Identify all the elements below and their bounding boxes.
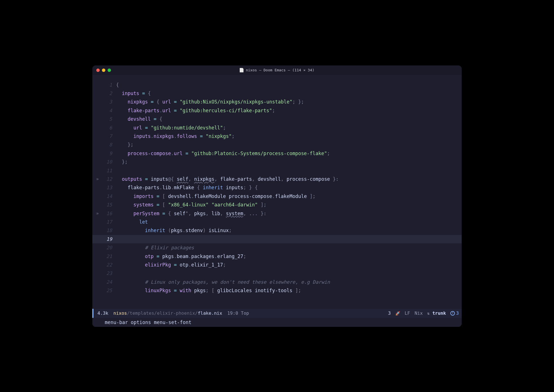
line-number: 7 xyxy=(102,133,116,139)
line-number: 22 xyxy=(102,262,116,268)
line-number: 8 xyxy=(102,142,116,147)
code-line[interactable]: 24 # Linux only packages, we don't need … xyxy=(92,278,462,286)
code-text[interactable]: systems = [ "x86_64-linux" "aarch64-darw… xyxy=(116,202,266,208)
editor-window: nixos – Doom Emacs — (114 × 34) 1{2 inpu… xyxy=(92,65,462,327)
line-number: 3 xyxy=(102,99,116,105)
line-number: 9 xyxy=(102,151,116,156)
code-line[interactable]: 14 imports = [ devshell.flakeModule proc… xyxy=(92,192,462,201)
path-sep: / xyxy=(127,310,130,316)
line-number: 11 xyxy=(102,168,116,173)
line-number: 21 xyxy=(102,254,116,259)
fringe-indicator: » xyxy=(92,211,102,216)
line-ending: LF xyxy=(405,310,410,316)
code-line[interactable]: 25 linuxPkgs = with pkgs; [ glibcLocales… xyxy=(92,286,462,295)
line-number: 4 xyxy=(102,108,116,113)
code-text[interactable]: let xyxy=(116,219,148,225)
code-text[interactable]: inputs = { xyxy=(116,91,151,96)
line-number: 6 xyxy=(102,125,116,131)
code-text[interactable]: devshell = { xyxy=(116,116,162,122)
git-compare-icon: ⇅ xyxy=(427,311,429,316)
code-line[interactable]: 5 devshell = { xyxy=(92,115,462,123)
close-button[interactable] xyxy=(96,69,100,72)
code-text[interactable]: # Elixir packages xyxy=(116,245,194,250)
code-line[interactable]: 13 flake-parts.lib.mkFlake { inherit inp… xyxy=(92,183,462,192)
line-number: 16 xyxy=(102,211,116,216)
code-text[interactable]: outputs = inputs@{ self, nixpkgs, flake-… xyxy=(116,176,339,182)
line-number: 15 xyxy=(102,202,116,208)
code-line[interactable]: 2 inputs = { xyxy=(92,89,462,98)
lsp-icon: 🚀 xyxy=(395,311,400,316)
code-line[interactable]: »12 outputs = inputs@{ self, nixpkgs, fl… xyxy=(92,175,462,183)
code-text[interactable]: url = "github:numtide/devshell"; xyxy=(116,125,226,131)
maximize-button[interactable] xyxy=(108,69,111,72)
code-text[interactable]: otp = pkgs.beam.packages.erlang_27; xyxy=(116,254,246,259)
code-line[interactable]: 20 # Elixir packages xyxy=(92,243,462,252)
file-path: nixos/templates/elixir-phoenix/flake.nix xyxy=(114,310,222,316)
window-title: nixos – Doom Emacs — (114 × 34) xyxy=(240,68,315,72)
code-line[interactable]: 6 url = "github:numtide/devshell"; xyxy=(92,123,462,132)
code-line[interactable]: 19 xyxy=(92,235,462,243)
code-line[interactable]: 10 }; xyxy=(92,158,462,166)
line-number: 2 xyxy=(102,91,116,96)
code-text[interactable]: process-compose.url = "github:Platonic-S… xyxy=(116,151,330,156)
line-number: 20 xyxy=(102,245,116,250)
code-line[interactable]: 4 flake-parts.url = "github:hercules-ci/… xyxy=(92,106,462,115)
line-number: 1 xyxy=(102,82,116,88)
code-text[interactable]: linuxPkgs = with pkgs; [ glibcLocales in… xyxy=(116,288,301,293)
document-icon xyxy=(240,68,244,72)
editor-area[interactable]: 1{2 inputs = {3 nixpkgs = { url = "githu… xyxy=(92,75,462,327)
modeline-right: 3 🚀 LF Nix ⇅ trunk ! 3 xyxy=(388,310,459,316)
cursor-position: 19:0 Top xyxy=(227,310,249,316)
code-line[interactable]: 11 xyxy=(92,166,462,175)
code-line[interactable]: 8 }; xyxy=(92,140,462,149)
line-number: 10 xyxy=(102,159,116,165)
code-text[interactable]: flake-parts.url = "github:hercules-ci/fl… xyxy=(116,108,275,113)
minibuffer-text: menu-bar options menu-set-font xyxy=(105,320,191,325)
code-line[interactable]: 7 inputs.nixpkgs.follows = "nixpkgs"; xyxy=(92,132,462,140)
major-mode: Nix xyxy=(415,310,423,316)
path-filename: flake.nix xyxy=(198,310,222,316)
code-line[interactable]: 9 process-compose.url = "github:Platonic… xyxy=(92,149,462,158)
code-text[interactable]: inputs.nixpkgs.follows = "nixpkgs"; xyxy=(116,133,235,139)
code-text[interactable]: flake-parts.lib.mkFlake { inherit inputs… xyxy=(116,185,258,190)
line-number: 25 xyxy=(102,288,116,293)
diagnostics[interactable]: ! 3 xyxy=(450,310,459,316)
line-number: 5 xyxy=(102,116,116,122)
code-text[interactable]: }; xyxy=(116,142,133,147)
code-line[interactable]: 18 inherit (pkgs.stdenv) isLinux; xyxy=(92,226,462,235)
window-title-text: nixos – Doom Emacs — (114 × 34) xyxy=(246,68,315,72)
code-line[interactable]: 3 nixpkgs = { url = "github:NixOS/nixpkg… xyxy=(92,98,462,106)
minimize-button[interactable] xyxy=(102,69,105,72)
code-line[interactable]: 17 let xyxy=(92,218,462,226)
code-line[interactable]: 23 xyxy=(92,269,462,278)
file-size: 4.3k xyxy=(97,310,108,316)
line-number: 12 xyxy=(102,176,116,182)
code-line[interactable]: 21 otp = pkgs.beam.packages.erlang_27; xyxy=(92,252,462,260)
line-number: 18 xyxy=(102,228,116,233)
code-text[interactable]: }; xyxy=(116,159,128,165)
path-project: nixos xyxy=(114,310,127,316)
code-text[interactable]: elixirPkg = otp.elixir_1_17; xyxy=(116,262,226,268)
code-text[interactable]: nixpkgs = { url = "github:NixOS/nixpkgs/… xyxy=(116,99,304,105)
vcs-indicator: ⇅ trunk xyxy=(427,310,446,316)
minibuffer[interactable]: menu-bar options menu-set-font xyxy=(92,318,462,327)
path-directories: templates/elixir-phoenix/ xyxy=(130,310,198,316)
line-number: 23 xyxy=(102,270,116,276)
code-text[interactable]: perSystem = { self', pkgs, lib, system, … xyxy=(116,211,266,216)
warning-icon: ! xyxy=(450,311,455,316)
code-text[interactable]: { xyxy=(116,82,119,88)
line-number: 17 xyxy=(102,219,116,225)
code-text[interactable]: # Linux only packages, we don't need the… xyxy=(116,279,330,285)
code-text[interactable]: imports = [ devshell.flakeModule process… xyxy=(116,193,315,199)
code-line[interactable]: 1{ xyxy=(92,81,462,89)
code-line[interactable]: 15 systems = [ "x86_64-linux" "aarch64-d… xyxy=(92,201,462,209)
fringe-indicator: » xyxy=(92,177,102,182)
code-line[interactable]: 22 elixirPkg = otp.elixir_1_17; xyxy=(92,261,462,269)
window-controls xyxy=(96,69,111,72)
code-text[interactable]: inherit (pkgs.stdenv) isLinux; xyxy=(116,228,232,233)
code-buffer[interactable]: 1{2 inputs = {3 nixpkgs = { url = "githu… xyxy=(92,81,462,309)
titlebar: nixos – Doom Emacs — (114 × 34) xyxy=(92,65,462,75)
git-branch: trunk xyxy=(432,310,446,316)
code-line[interactable]: »16 perSystem = { self', pkgs, lib, syst… xyxy=(92,209,462,217)
line-number: 24 xyxy=(102,279,116,285)
